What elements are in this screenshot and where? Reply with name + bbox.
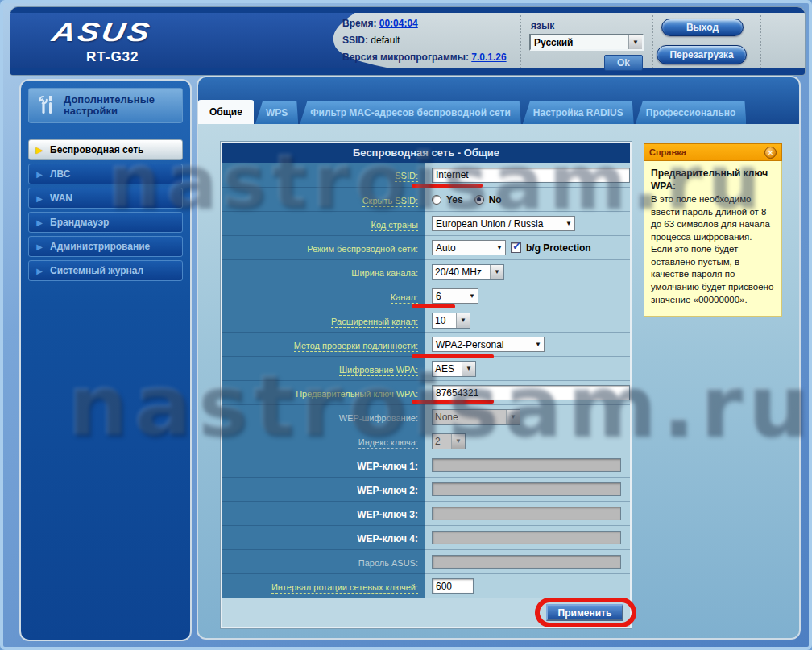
form-row-wep-key4: WEP-ключ 4: [222,525,630,549]
arrow-icon: ▶ [29,194,50,203]
channel-width-select[interactable]: 20/40 MHz ▼ [432,264,504,280]
chevron-down-icon[interactable]: ▼ [490,265,503,279]
firmware-link[interactable]: 7.0.1.26 [471,52,506,63]
red-annotation-auth [412,354,494,358]
country-label: Код страны [371,220,418,231]
sidebar-title: Дополнительные настройки [28,88,183,123]
router-model: RT-G32 [86,49,139,65]
hide-ssid-yes-label: Yes [446,194,463,205]
help-header: Справка ✕ [644,143,782,161]
tab-professional[interactable]: Профессионально [636,101,747,124]
hide-ssid-no-radio[interactable] [474,195,484,205]
red-annotation-key [412,400,494,404]
tab-radius[interactable]: Настройка RADIUS [523,101,634,124]
ok-button[interactable]: Ok [604,55,643,71]
time-link[interactable]: 00:04:04 [379,18,418,29]
ext-channel-label: Расширенный канал: [331,317,418,328]
wireless-mode-select[interactable]: Auto ▼ [432,240,506,255]
wpa-encryption-select[interactable]: AES ▼ [432,361,476,377]
form-row-wep-key2: WEP-ключ 2: [222,477,630,501]
sidebar-item-lan[interactable]: ▶ ЛВС [28,164,183,184]
header-separator [760,15,761,68]
key-rotation-label: Интервал ротации сетевых ключей: [271,582,418,594]
wep-key3-input [432,507,621,520]
auth-method-label: Метод проверки подлинности: [294,341,418,352]
sidebar-title-label: Дополнительные настройки [64,94,174,118]
form-row-key-index: Индекс ключа: 2 ▼ [222,429,630,453]
red-annotation-channel [412,304,455,308]
time-label: Время: [342,18,376,29]
chevron-down-icon[interactable]: ▼ [456,313,470,328]
sidebar-item-firewall[interactable]: ▶ Брандмауэр [28,212,183,233]
reboot-button[interactable]: Перезагрузка [657,45,747,64]
ssid-info-label: SSID: [342,35,368,46]
arrow-icon: ▶ [29,170,50,179]
key-rotation-input[interactable] [432,578,474,594]
channel-width-label: Ширина канала: [351,268,418,279]
close-icon[interactable]: ✕ [764,147,777,159]
help-text: В это поле необходимо ввести пароль длин… [651,194,773,304]
help-heading: Предварительный ключ WPA: [651,167,775,193]
wep-key4-label: WEP-ключ 4: [357,533,418,544]
chevron-down-icon[interactable]: ▼ [462,362,475,376]
asus-password-label: Пароль ASUS: [358,558,418,569]
arrow-icon: ▶ [29,145,50,155]
channel-select[interactable]: 6 ▼ [432,288,478,304]
chevron-down-icon: ▼ [566,220,572,227]
hide-ssid-yes-radio[interactable] [432,195,441,205]
sidebar-item-wireless[interactable]: ▶ Беспроводная сеть [28,139,183,160]
ssid-input[interactable] [432,168,630,183]
sidebar: Дополнительные настройки ▶ Беспроводная … [19,79,192,641]
language-select[interactable]: Русский ▼ [529,34,644,51]
form-row-ext-channel: Расширенный канал: 10 ▼ [222,308,630,332]
bg-protection-label: b/g Protection [526,242,591,254]
firmware-label: Версия микропрограммы: [342,52,469,63]
form-row-auth-method: Метод проверки подлинности: WPA2-Persona… [222,332,630,356]
form-row-asus-password: Пароль ASUS: [222,549,630,573]
wpa-key-input[interactable] [432,385,630,400]
header-separator [520,15,521,68]
sidebar-item-administration[interactable]: ▶ Администрирование [28,236,183,257]
header-separator [652,15,653,68]
chevron-down-icon: ▼ [451,434,465,449]
arrow-icon: ▶ [29,267,50,275]
chevron-down-icon: ▼ [469,292,475,300]
bg-protection-checkbox[interactable]: ✓ [511,242,521,253]
wep-key3-label: WEP-ключ 3: [357,509,418,520]
form-row-wep-encryption: WEP-шифрование: None ▼ [222,404,630,429]
channel-label: Канал: [391,292,418,304]
arrow-icon: ▶ [29,218,50,227]
asus-password-input [432,555,621,569]
sidebar-item-syslog[interactable]: ▶ Системный журнал [28,260,183,281]
tab-wps[interactable]: WPS [255,101,298,124]
header-info: Время: 00:04:04 SSID: default Версия мик… [342,18,507,68]
help-body: Предварительный ключ WPA: В это поле нео… [644,161,782,317]
check-icon: ✓ [512,240,521,252]
country-select[interactable]: European Union / Russia ▼ [432,216,575,231]
auth-method-select[interactable]: WPA2-Personal ▼ [432,337,545,352]
ext-channel-select[interactable]: 10 ▼ [432,313,470,329]
form-row-hide-ssid: Скрыть SSID: Yes No [222,187,630,211]
chevron-down-icon: ▼ [535,341,541,348]
wireless-mode-label: Режим беспроводной сети: [307,244,418,255]
language-label: язык [531,20,554,31]
tab-strip: Общие WPS Фильтр MAC-адресов беспроводно… [198,77,799,124]
form-row-wep-key1: WEP-ключ 1: [222,453,630,477]
logout-button[interactable]: Выход [661,19,744,36]
wpa-key-label: Предварительный ключ WPA: [296,389,418,400]
sidebar-item-wan[interactable]: ▶ WAN [28,188,183,209]
key-index-select: 2 ▼ [432,433,466,449]
form-row-country: Код страны European Union / Russia ▼ [222,211,630,235]
wep-key2-input [432,482,621,496]
sidebar-menu: ▶ Беспроводная сеть ▶ ЛВС ▶ WAN ▶ Брандм… [28,139,183,281]
help-panel: Справка ✕ Предварительный ключ WPA: В эт… [644,143,782,317]
tools-icon [37,94,56,117]
asus-logo: ASUS [50,17,155,47]
key-index-label: Индекс ключа: [358,437,418,449]
chevron-down-icon[interactable]: ▼ [628,35,642,49]
tab-mac-filter[interactable]: Фильтр MAC-адресов беспроводной сети [300,101,521,124]
main-panel: Общие WPS Фильтр MAC-адресов беспроводно… [197,76,801,640]
wep-key1-input [432,458,621,472]
tab-general[interactable]: Общие [198,100,254,124]
wep-encryption-select: None ▼ [432,409,520,425]
